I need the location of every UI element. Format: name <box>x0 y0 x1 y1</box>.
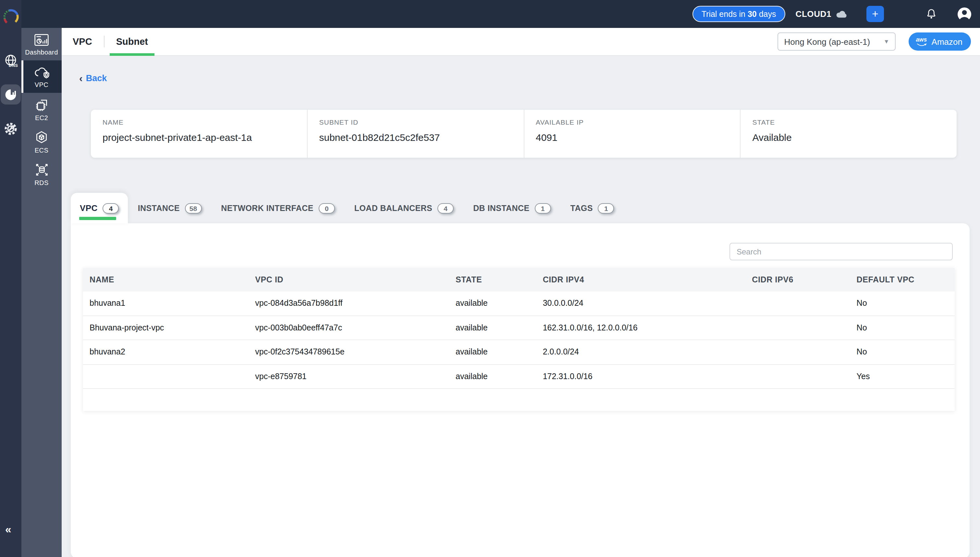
vpc-table: NAME VPC ID STATE CIDR IPV4 CIDR IPV6 DE… <box>83 268 955 411</box>
ecs-hexagon-icon <box>34 130 49 145</box>
cloud-icon <box>836 10 847 18</box>
tab-chip-vpc[interactable]: VPC 4 <box>71 193 128 223</box>
trial-days: 30 <box>748 10 757 18</box>
tab-chip-tags[interactable]: TAGS 1 <box>561 193 624 223</box>
pie-chart-icon <box>4 88 17 101</box>
content: ‹ Back NAME project-subnet-private1-ap-e… <box>62 56 980 557</box>
notifications-bell-icon[interactable] <box>925 8 937 20</box>
sidebar: Dashboard VPC EC2 <box>21 28 62 557</box>
count-badge: 58 <box>185 203 202 213</box>
settings-nav-item[interactable] <box>3 121 18 136</box>
summary-field-name: NAME project-subnet-private1-ap-east-1a <box>91 110 307 158</box>
tab-subnet[interactable]: Subnet <box>114 28 151 55</box>
table-row[interactable]: bhuvana2 vpc-0f2c375434789615e available… <box>83 340 955 365</box>
chevron-left-icon: ‹ <box>79 74 83 83</box>
region-value: Hong Kong (ap-east-1) <box>784 37 870 46</box>
tab-chip-network-interface[interactable]: NETWORK INTERFACE 0 <box>211 193 345 223</box>
count-badge: 1 <box>535 203 551 213</box>
sidebar-item-vpc[interactable]: VPC <box>21 60 62 93</box>
search-input[interactable] <box>730 243 953 260</box>
vpc-cloud-shield-icon <box>33 65 50 79</box>
summary-field-available-ip: AVAILABLE IP 4091 <box>523 110 740 158</box>
table-header-row: NAME VPC ID STATE CIDR IPV4 CIDR IPV6 DE… <box>83 268 955 292</box>
sidebar-item-ec2[interactable]: EC2 <box>21 93 62 125</box>
topbar: Trial ends in 30 days CLOUD1 + <box>0 0 980 28</box>
back-link[interactable]: ‹ Back <box>79 73 107 83</box>
region-select[interactable]: Hong Kong (ap-east-1) ▼ <box>778 33 896 50</box>
resource-tabs: VPC 4 INSTANCE 58 NETWORK INTERFACE 0 LO… <box>71 193 980 223</box>
main-area: VPC Subnet Hong Kong (ap-east-1) ▼ aws A… <box>62 28 980 557</box>
dashboard-icon <box>34 33 49 46</box>
dns-nav-item[interactable]: DNS <box>3 54 18 67</box>
aws-logo-icon: aws <box>916 37 927 46</box>
sidebar-item-rds[interactable]: RDS <box>21 158 62 190</box>
collapse-sidebar-button[interactable]: « <box>5 523 11 536</box>
tab-chip-load-balancers[interactable]: LOAD BALANCERS 4 <box>345 193 463 223</box>
tab-vpc[interactable]: VPC <box>70 28 95 55</box>
summary-field-subnet-id: SUBNET ID subnet-01b82d21c5c2fe537 <box>307 110 524 158</box>
user-avatar[interactable] <box>957 7 972 21</box>
ec2-chip-icon <box>34 97 49 112</box>
tab-chip-db-instance[interactable]: DB INSTANCE 1 <box>463 193 561 223</box>
org-name[interactable]: CLOUD1 <box>796 9 847 19</box>
count-badge: 4 <box>437 203 453 213</box>
tab-panel: NAME VPC ID STATE CIDR IPV4 CIDR IPV6 DE… <box>71 223 970 557</box>
analytics-nav-item[interactable] <box>1 85 21 104</box>
app-logo[interactable] <box>2 8 20 26</box>
rds-database-icon <box>34 162 49 177</box>
table-row[interactable]: vpc-e8759781 available 172.31.0.0/16 Yes <box>83 365 955 389</box>
count-badge: 0 <box>319 203 335 213</box>
count-badge: 4 <box>103 203 119 213</box>
provider-amazon-button[interactable]: aws Amazon <box>909 33 971 50</box>
count-badge: 1 <box>598 203 614 213</box>
summary-field-state: STATE Available <box>740 110 957 158</box>
subnet-summary-card: NAME project-subnet-private1-ap-east-1a … <box>91 110 957 158</box>
gear-wrench-icon <box>3 121 18 136</box>
sidebar-item-ecs[interactable]: ECS <box>21 125 62 158</box>
chevron-down-icon: ▼ <box>884 38 889 45</box>
add-button[interactable]: + <box>866 6 884 22</box>
page-header: VPC Subnet Hong Kong (ap-east-1) ▼ aws A… <box>62 28 980 56</box>
sidebar-item-dashboard[interactable]: Dashboard <box>21 28 62 60</box>
tab-chip-instance[interactable]: INSTANCE 58 <box>128 193 211 223</box>
trial-badge[interactable]: Trial ends in 30 days <box>692 6 785 22</box>
app-window: Trial ends in 30 days CLOUD1 + <box>0 0 980 557</box>
dns-label: DNS <box>9 63 18 67</box>
table-row[interactable]: bhuvana1 vpc-084d3a56a7b98d1ff available… <box>83 292 955 316</box>
provider-label: Amazon <box>932 37 962 46</box>
tab-divider <box>104 36 104 47</box>
table-row[interactable]: Bhuvana-project-vpc vpc-003b0ab0eeff47a7… <box>83 316 955 340</box>
trial-text: Trial ends in <box>702 10 748 18</box>
left-rail: DNS « <box>0 0 21 557</box>
